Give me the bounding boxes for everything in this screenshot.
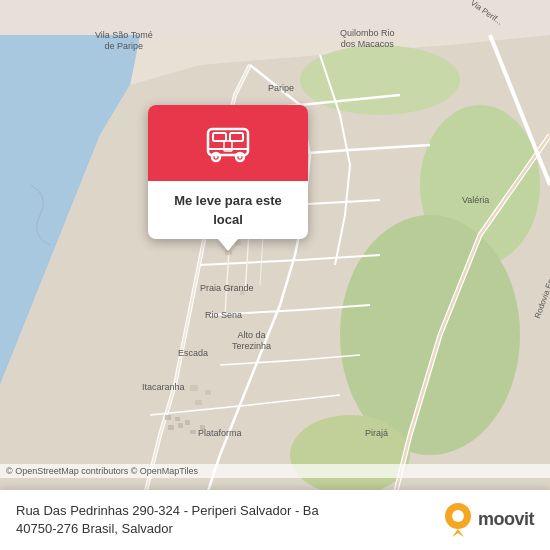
info-text: Rua Das Pedrinhas 290-324 - Periperi Sal…	[16, 502, 442, 538]
svg-rect-23	[168, 425, 174, 430]
popup-header	[148, 105, 308, 181]
info-card: Rua Das Pedrinhas 290-324 - Periperi Sal…	[0, 490, 550, 550]
svg-point-4	[290, 415, 410, 495]
svg-point-38	[452, 510, 464, 522]
svg-rect-21	[165, 415, 171, 420]
svg-rect-25	[185, 420, 190, 425]
svg-rect-20	[195, 400, 202, 405]
popup-arrow	[218, 239, 238, 251]
svg-rect-16	[225, 285, 233, 291]
moovit-text: moovit	[478, 509, 534, 530]
popup-body: Me leve para este local	[148, 181, 308, 239]
popup-box[interactable]: Me leve para este local	[148, 105, 308, 239]
moovit-logo: moovit	[442, 502, 534, 538]
svg-rect-22	[175, 417, 180, 421]
svg-rect-26	[190, 430, 196, 434]
svg-rect-17	[240, 290, 246, 295]
popup-balloon[interactable]: Me leve para este local	[148, 105, 308, 251]
info-address: Rua Das Pedrinhas 290-324 - Periperi Sal…	[16, 502, 432, 538]
bus-icon	[203, 123, 253, 163]
svg-rect-30	[230, 133, 243, 141]
svg-rect-24	[178, 423, 183, 428]
svg-point-36	[239, 156, 242, 159]
svg-rect-29	[213, 133, 226, 141]
svg-point-1	[300, 45, 460, 115]
address-line1: Rua Das Pedrinhas 290-324 - Periperi Sal…	[16, 503, 319, 518]
svg-rect-18	[190, 385, 198, 391]
popup-label: Me leve para este local	[174, 193, 282, 227]
address-line2: 40750-276 Brasil, Salvador	[16, 521, 173, 536]
svg-rect-27	[200, 425, 205, 430]
svg-rect-19	[205, 390, 211, 395]
map-container: Vila São Toméde Paripe Quilombo Riodos M…	[0, 0, 550, 550]
svg-point-35	[215, 156, 218, 159]
map-attribution: © OpenStreetMap contributors © OpenMapTi…	[0, 464, 550, 478]
moovit-pin-icon	[442, 502, 474, 538]
